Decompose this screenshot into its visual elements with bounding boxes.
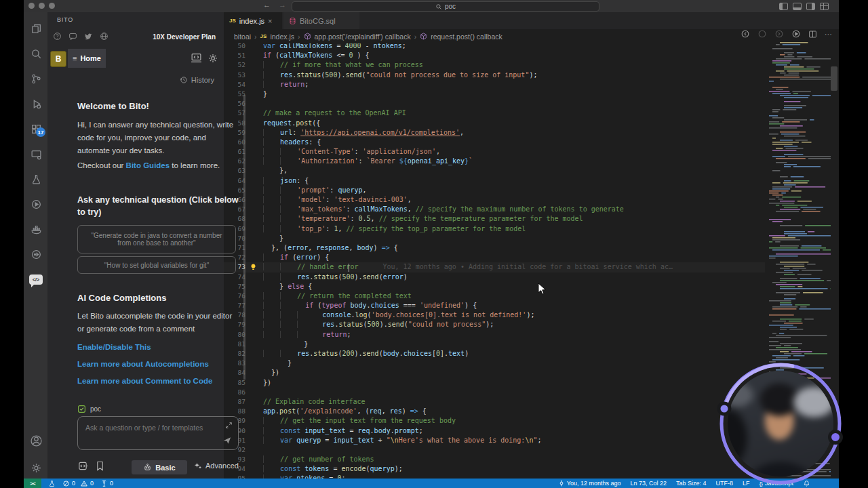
history-forward-icon[interactable]: → bbox=[279, 1, 286, 9]
run-debug-icon[interactable] bbox=[29, 97, 43, 110]
autocompletions-link[interactable]: Learn more about Autocompletions bbox=[77, 360, 209, 368]
codetour-icon[interactable] bbox=[29, 247, 43, 261]
history-button[interactable]: History bbox=[180, 76, 214, 84]
ask-heading: Ask any technical question (Click below … bbox=[77, 194, 240, 218]
search-icon bbox=[435, 3, 442, 10]
close-tab-icon[interactable]: × bbox=[268, 17, 272, 25]
code-line: 88app.post('/explaincode', (req, res) =>… bbox=[224, 407, 765, 416]
bito-logo: B bbox=[50, 51, 66, 67]
more-actions-icon[interactable]: ⋯ bbox=[825, 30, 832, 39]
tab-bitocg-sql[interactable]: BitoCG.sql bbox=[283, 12, 359, 29]
code-line: 67 'max_tokens': callMaxTokens, // speci… bbox=[224, 205, 765, 214]
bito-settings-gear-icon[interactable] bbox=[208, 53, 218, 66]
warning-icon bbox=[80, 480, 88, 487]
code-line: 87// Explain code interface bbox=[224, 397, 765, 407]
toggle-secondary-sidebar-icon[interactable] bbox=[806, 3, 815, 10]
suggestion-card-2[interactable]: "How to set global variables for git" bbox=[77, 256, 236, 274]
bito-sidebar: BITO 10X Developer Plan B ≡ Home History… bbox=[47, 12, 224, 479]
run-file-icon[interactable] bbox=[791, 29, 801, 39]
code-line: 84 }) bbox=[224, 368, 765, 378]
code-line: 71 }, (error, response, body) => { bbox=[224, 243, 765, 253]
breadcrumb-item[interactable]: index.js bbox=[270, 33, 294, 41]
js-file-icon: JS bbox=[229, 18, 236, 24]
menu-icon: ≡ bbox=[73, 54, 77, 62]
search-sidebar-icon[interactable] bbox=[29, 47, 43, 60]
suggestion-card-1[interactable]: "Generate code in java to convert a numb… bbox=[77, 225, 236, 253]
explorer-icon[interactable] bbox=[29, 22, 43, 35]
settings-gear-icon[interactable] bbox=[29, 461, 43, 474]
bookmark-icon[interactable] bbox=[96, 461, 104, 471]
completions-heading: AI Code Completions bbox=[77, 293, 166, 303]
lightbulb-icon[interactable] bbox=[250, 263, 257, 271]
split-editor-icon[interactable] bbox=[808, 30, 817, 39]
history-back-icon[interactable]: ← bbox=[263, 1, 271, 9]
question-input[interactable]: Ask a question or type / for templates bbox=[77, 416, 239, 450]
notifications-bell-icon[interactable] bbox=[803, 480, 810, 487]
comment-to-code-link[interactable]: Learn more about Comment to Code bbox=[77, 377, 212, 385]
basic-label: Basic bbox=[155, 464, 175, 472]
docker-icon[interactable] bbox=[29, 222, 43, 236]
ports-indicator[interactable]: 0 bbox=[100, 480, 113, 487]
vscode-window: ← → poc 17 </> BITO bbox=[24, 0, 839, 488]
help-icon[interactable] bbox=[53, 32, 62, 41]
bito-guides-link[interactable]: Bito Guides bbox=[126, 161, 170, 169]
code-line: 68 'temperature': 0.5, // specify the te… bbox=[224, 214, 765, 224]
js-file-icon: JS bbox=[260, 33, 267, 39]
tab-home[interactable]: ≡ Home bbox=[68, 49, 106, 68]
braces-icon: {} bbox=[760, 481, 763, 487]
code-line: 72 if (error) { bbox=[224, 253, 765, 262]
code-editor[interactable]: 50var callMaxTokens = 4000 - ntokens;51i… bbox=[224, 43, 765, 479]
editor-tab-bar: JS index.js × BitoCG.sql ⋯ bbox=[224, 12, 839, 29]
symbol-method-icon bbox=[304, 33, 311, 40]
customize-layout-icon[interactable] bbox=[820, 3, 829, 10]
bito-extension-icon[interactable]: </> bbox=[29, 272, 43, 286]
remote-explorer-icon[interactable] bbox=[29, 147, 43, 161]
editor-scrollbar[interactable] bbox=[831, 66, 837, 91]
home-tab-label: Home bbox=[80, 54, 101, 62]
encoding-status[interactable]: UTF-8 bbox=[716, 480, 734, 487]
tab-index-js[interactable]: JS index.js × bbox=[224, 12, 282, 29]
language-mode-status[interactable]: {} JavaScript bbox=[760, 480, 793, 487]
testing-icon[interactable] bbox=[29, 172, 43, 186]
project-scope[interactable]: poc bbox=[77, 405, 101, 413]
toggle-panel-icon[interactable] bbox=[793, 3, 802, 10]
error-count: 0 bbox=[72, 480, 75, 487]
basic-mode-button[interactable]: Basic bbox=[132, 460, 187, 474]
window-maximize-button[interactable] bbox=[49, 3, 55, 9]
code-line: 74 res.status(500).send(error) bbox=[224, 272, 765, 282]
eol-status[interactable]: LF bbox=[743, 480, 750, 487]
code-line: 78 console.log('body.choices[0].text is … bbox=[224, 310, 765, 320]
panel-title: BITO bbox=[57, 16, 73, 23]
window-minimize-button[interactable] bbox=[39, 3, 45, 9]
globe-icon[interactable] bbox=[100, 32, 108, 41]
code-line: 58request.post({ bbox=[224, 119, 765, 128]
breadcrumb-item[interactable]: app.post('/explaindiff') callback bbox=[315, 33, 411, 41]
remote-indicator[interactable]: >< bbox=[24, 479, 41, 488]
cursor-position-status[interactable]: Ln 73, Col 22 bbox=[631, 480, 667, 487]
commit-icon bbox=[558, 480, 565, 487]
chat-icon[interactable] bbox=[68, 32, 77, 41]
account-icon[interactable] bbox=[29, 434, 43, 447]
minimap[interactable] bbox=[765, 41, 831, 479]
toggle-sidebar-icon[interactable] bbox=[779, 3, 788, 10]
twitter-icon[interactable] bbox=[84, 32, 93, 41]
welcome-heading: Welcome to Bito! bbox=[77, 101, 149, 111]
code-runner-icon[interactable] bbox=[29, 197, 43, 211]
git-blame-status[interactable]: You, 12 months ago bbox=[558, 480, 621, 487]
code-line: 59 url: 'https://api.openai.com/v1/compl… bbox=[224, 128, 765, 138]
breadcrumb-separator: › bbox=[298, 33, 300, 41]
enable-disable-link[interactable]: Enable/Disable This bbox=[77, 343, 151, 351]
problems-indicator[interactable]: 0 0 bbox=[62, 480, 94, 487]
composer-tools bbox=[78, 461, 104, 471]
status-extension-icon[interactable] bbox=[48, 480, 56, 487]
insert-code-icon[interactable] bbox=[78, 461, 88, 471]
code-window-icon[interactable] bbox=[191, 53, 202, 66]
window-close-button[interactable] bbox=[28, 3, 35, 9]
command-center-search[interactable]: poc bbox=[292, 1, 599, 12]
code-line: 86 bbox=[224, 388, 765, 397]
code-line: 70 } bbox=[224, 234, 765, 243]
breadcrumb-item[interactable]: request.post() callback bbox=[431, 33, 502, 41]
tab-size-status[interactable]: Tab Size: 4 bbox=[676, 480, 707, 487]
breadcrumb-item[interactable]: bitoai bbox=[234, 33, 251, 41]
source-control-icon[interactable] bbox=[29, 72, 43, 85]
